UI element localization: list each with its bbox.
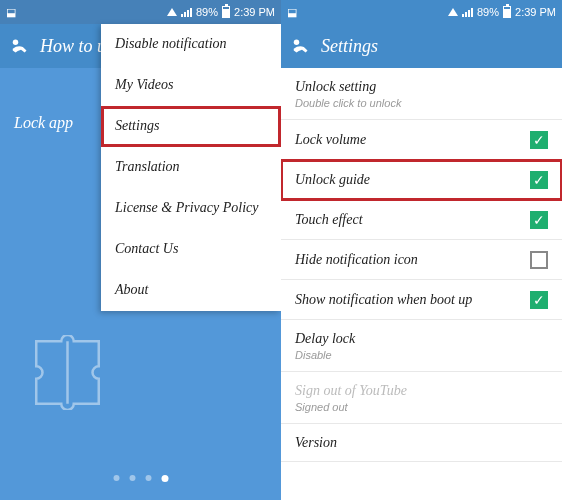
settings-list: Unlock settingDouble click to unlockLock… (281, 68, 562, 500)
menu-item-settings[interactable]: Settings (101, 106, 281, 147)
row-title: Lock volume (295, 132, 530, 148)
row-title: Version (295, 435, 548, 451)
status-bar: ⬓ 89% 2:39 PM (281, 0, 562, 24)
row-subtitle: Signed out (295, 401, 548, 413)
row-title: Unlock setting (295, 79, 548, 95)
dot[interactable] (129, 475, 135, 481)
battery-icon (503, 6, 511, 18)
signal-bars-icon (181, 7, 192, 17)
menu-item-license-privacy-policy[interactable]: License & Privacy Policy (101, 188, 281, 229)
dot[interactable] (145, 475, 151, 481)
baby-crawl-icon (10, 37, 32, 55)
checkbox[interactable]: ✓ (530, 171, 548, 189)
dot[interactable] (113, 475, 119, 481)
checkbox[interactable]: ✓ (530, 211, 548, 229)
dropbox-icon: ⬓ (6, 6, 16, 19)
row-title: Delay lock (295, 331, 548, 347)
settings-row-show-notification-when-boot-up[interactable]: Show notification when boot up✓ (281, 280, 562, 320)
menu-item-disable-notification[interactable]: Disable notification (101, 24, 281, 65)
menu-item-about[interactable]: About (101, 270, 281, 311)
overflow-menu: Disable notificationMy VideosSettingsTra… (101, 24, 281, 311)
screen-settings: ⬓ 89% 2:39 PM Settings Unlock settingDou… (281, 0, 562, 500)
settings-row-touch-effect[interactable]: Touch effect✓ (281, 200, 562, 240)
page-title: Settings (321, 36, 378, 57)
settings-row-version[interactable]: Version (281, 424, 562, 462)
menu-item-translation[interactable]: Translation (101, 147, 281, 188)
clock: 2:39 PM (234, 6, 275, 18)
app-bar: Settings (281, 24, 562, 68)
settings-row-delay-lock[interactable]: Delay lockDisable (281, 320, 562, 372)
signal-tri-icon (167, 8, 177, 16)
settings-row-unlock-setting[interactable]: Unlock settingDouble click to unlock (281, 68, 562, 120)
dot-active[interactable] (161, 475, 168, 482)
dropbox-icon: ⬓ (287, 6, 297, 19)
row-title: Touch effect (295, 212, 530, 228)
lock-app-label: Lock app (14, 114, 73, 132)
battery-icon (222, 6, 230, 18)
settings-row-unlock-guide[interactable]: Unlock guide✓ (281, 160, 562, 200)
page-indicator (113, 475, 168, 482)
clock: 2:39 PM (515, 6, 556, 18)
signal-tri-icon (448, 8, 458, 16)
row-subtitle: Disable (295, 349, 548, 361)
signal-bars-icon (462, 7, 473, 17)
menu-item-my-videos[interactable]: My Videos (101, 65, 281, 106)
row-subtitle: Double click to unlock (295, 97, 548, 109)
baby-crawl-icon (291, 37, 313, 55)
svg-point-2 (294, 40, 300, 46)
settings-row-hide-notification-icon[interactable]: Hide notification icon (281, 240, 562, 280)
battery-pct: 89% (196, 6, 218, 18)
checkbox[interactable]: ✓ (530, 131, 548, 149)
screen-how-to-use: ⬓ 89% 2:39 PM How to use Lock app Disabl… (0, 0, 281, 500)
battery-pct: 89% (477, 6, 499, 18)
menu-item-contact-us[interactable]: Contact Us (101, 229, 281, 270)
checkbox[interactable]: ✓ (530, 291, 548, 309)
settings-row-lock-volume[interactable]: Lock volume✓ (281, 120, 562, 160)
puzzle-icon (30, 335, 105, 410)
row-title: Hide notification icon (295, 252, 530, 268)
checkbox[interactable] (530, 251, 548, 269)
status-bar: ⬓ 89% 2:39 PM (0, 0, 281, 24)
row-title: Show notification when boot up (295, 292, 530, 308)
row-title: Unlock guide (295, 172, 530, 188)
row-title: Sign out of YouTube (295, 383, 548, 399)
svg-point-0 (13, 40, 19, 46)
settings-row-sign-out-of-youtube[interactable]: Sign out of YouTubeSigned out (281, 372, 562, 424)
